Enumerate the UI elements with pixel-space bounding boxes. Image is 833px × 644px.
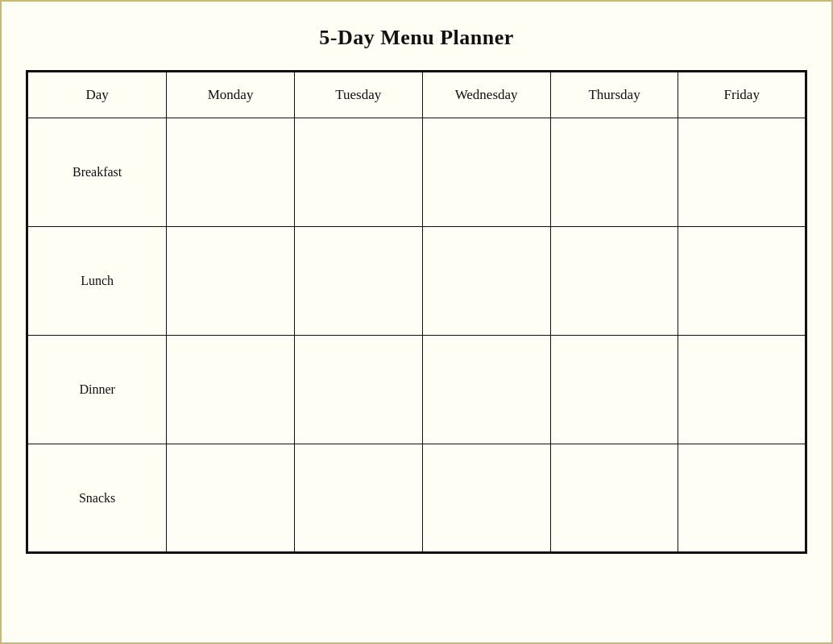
col-wednesday: Wednesday [422,72,550,118]
cell-snacks-4[interactable] [678,444,806,553]
cell-snacks-3[interactable] [550,444,678,553]
cell-lunch-0[interactable] [167,227,295,336]
cell-breakfast-2[interactable] [422,118,550,227]
cell-dinner-3[interactable] [550,336,678,444]
cell-breakfast-0[interactable] [167,118,295,227]
col-thursday: Thursday [550,72,678,118]
cell-snacks-1[interactable] [294,444,422,553]
table-row: Snacks [27,444,806,553]
cell-lunch-1[interactable] [294,227,422,336]
cell-lunch-4[interactable] [678,227,806,336]
cell-breakfast-4[interactable] [678,118,806,227]
table-row: Breakfast [27,118,806,227]
cell-dinner-0[interactable] [167,336,295,444]
menu-planner-table: Day Monday Tuesday Wednesday Thursday Fr… [26,70,807,554]
col-monday: Monday [167,72,295,118]
page-title: 5-Day Menu Planner [319,26,514,50]
cell-dinner-1[interactable] [294,336,422,444]
row-label-breakfast: Breakfast [27,118,167,227]
header-row: Day Monday Tuesday Wednesday Thursday Fr… [27,72,806,118]
cell-snacks-2[interactable] [422,444,550,553]
row-label-snacks: Snacks [27,444,167,553]
table-row: Lunch [27,227,806,336]
row-label-lunch: Lunch [27,227,167,336]
cell-lunch-2[interactable] [422,227,550,336]
table-row: Dinner [27,336,806,444]
cell-dinner-4[interactable] [678,336,806,444]
row-label-dinner: Dinner [27,336,167,444]
cell-breakfast-1[interactable] [294,118,422,227]
cell-dinner-2[interactable] [422,336,550,444]
col-day: Day [27,72,167,118]
col-tuesday: Tuesday [294,72,422,118]
cell-lunch-3[interactable] [550,227,678,336]
cell-snacks-0[interactable] [167,444,295,553]
cell-breakfast-3[interactable] [550,118,678,227]
col-friday: Friday [678,72,806,118]
